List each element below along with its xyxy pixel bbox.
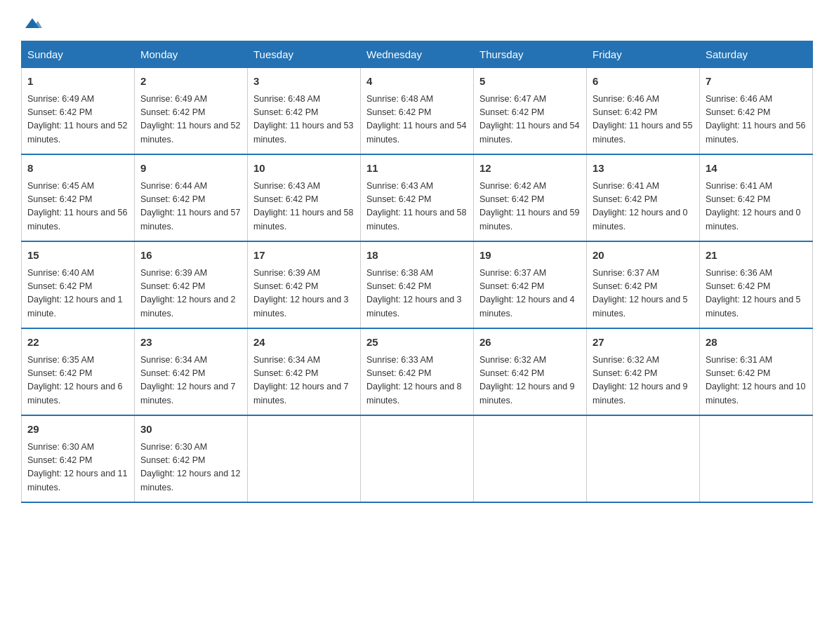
day-info: Sunrise: 6:49 AMSunset: 6:42 PMDaylight:…: [140, 93, 241, 147]
day-info: Sunrise: 6:30 AMSunset: 6:42 PMDaylight:…: [140, 441, 241, 495]
day-info: Sunrise: 6:31 AMSunset: 6:42 PMDaylight:…: [706, 354, 807, 408]
weekday-header-friday: Friday: [587, 41, 700, 68]
day-number: 11: [366, 161, 468, 177]
calendar-cell: 15Sunrise: 6:40 AMSunset: 6:42 PMDayligh…: [22, 241, 135, 328]
calendar-cell: 22Sunrise: 6:35 AMSunset: 6:42 PMDayligh…: [22, 328, 135, 415]
day-info: Sunrise: 6:48 AMSunset: 6:42 PMDaylight:…: [253, 93, 355, 147]
calendar-cell: [474, 415, 587, 502]
day-info: Sunrise: 6:30 AMSunset: 6:42 PMDaylight:…: [27, 441, 128, 495]
calendar-cell: [700, 415, 813, 502]
day-number: 10: [253, 161, 355, 177]
day-info: Sunrise: 6:42 AMSunset: 6:42 PMDaylight:…: [479, 180, 581, 234]
calendar-week-row: 15Sunrise: 6:40 AMSunset: 6:42 PMDayligh…: [22, 241, 813, 328]
calendar-cell: 12Sunrise: 6:42 AMSunset: 6:42 PMDayligh…: [474, 154, 587, 241]
calendar-cell: 21Sunrise: 6:36 AMSunset: 6:42 PMDayligh…: [700, 241, 813, 328]
day-info: Sunrise: 6:39 AMSunset: 6:42 PMDaylight:…: [253, 267, 355, 321]
calendar-cell: 1Sunrise: 6:49 AMSunset: 6:42 PMDaylight…: [22, 68, 135, 155]
calendar-cell: [361, 415, 474, 502]
weekday-header-monday: Monday: [135, 41, 248, 68]
weekday-header-saturday: Saturday: [700, 41, 813, 68]
day-number: 28: [706, 335, 807, 351]
calendar-cell: 8Sunrise: 6:45 AMSunset: 6:42 PMDaylight…: [22, 154, 135, 241]
calendar-week-row: 8Sunrise: 6:45 AMSunset: 6:42 PMDaylight…: [22, 154, 813, 241]
weekday-header-tuesday: Tuesday: [248, 41, 361, 68]
calendar-cell: 17Sunrise: 6:39 AMSunset: 6:42 PMDayligh…: [248, 241, 361, 328]
calendar-cell: 28Sunrise: 6:31 AMSunset: 6:42 PMDayligh…: [700, 328, 813, 415]
day-number: 16: [140, 248, 241, 264]
calendar-cell: 5Sunrise: 6:47 AMSunset: 6:42 PMDaylight…: [474, 68, 587, 155]
calendar-cell: [248, 415, 361, 502]
day-info: Sunrise: 6:46 AMSunset: 6:42 PMDaylight:…: [593, 93, 694, 147]
day-number: 1: [27, 74, 128, 90]
day-number: 24: [253, 335, 355, 351]
day-number: 7: [706, 74, 807, 90]
day-info: Sunrise: 6:43 AMSunset: 6:42 PMDaylight:…: [253, 180, 355, 234]
day-number: 3: [253, 74, 355, 90]
day-info: Sunrise: 6:37 AMSunset: 6:42 PMDaylight:…: [593, 267, 694, 321]
day-info: Sunrise: 6:40 AMSunset: 6:42 PMDaylight:…: [27, 267, 128, 321]
day-number: 21: [706, 248, 807, 264]
day-number: 25: [366, 335, 468, 351]
calendar-week-row: 29Sunrise: 6:30 AMSunset: 6:42 PMDayligh…: [22, 415, 813, 502]
day-number: 6: [593, 74, 694, 90]
calendar-cell: 14Sunrise: 6:41 AMSunset: 6:42 PMDayligh…: [700, 154, 813, 241]
day-info: Sunrise: 6:41 AMSunset: 6:42 PMDaylight:…: [593, 180, 694, 234]
day-info: Sunrise: 6:34 AMSunset: 6:42 PMDaylight:…: [140, 354, 241, 408]
day-number: 2: [140, 74, 241, 90]
day-number: 15: [27, 248, 128, 264]
calendar-cell: 19Sunrise: 6:37 AMSunset: 6:42 PMDayligh…: [474, 241, 587, 328]
day-number: 13: [593, 161, 694, 177]
day-number: 17: [253, 248, 355, 264]
day-info: Sunrise: 6:45 AMSunset: 6:42 PMDaylight:…: [27, 180, 128, 234]
calendar-cell: 23Sunrise: 6:34 AMSunset: 6:42 PMDayligh…: [135, 328, 248, 415]
calendar-cell: 4Sunrise: 6:48 AMSunset: 6:42 PMDaylight…: [361, 68, 474, 155]
weekday-header-row: SundayMondayTuesdayWednesdayThursdayFrid…: [22, 41, 813, 68]
calendar-week-row: 22Sunrise: 6:35 AMSunset: 6:42 PMDayligh…: [22, 328, 813, 415]
day-number: 27: [593, 335, 694, 351]
logo: [21, 14, 42, 29]
calendar-cell: 26Sunrise: 6:32 AMSunset: 6:42 PMDayligh…: [474, 328, 587, 415]
day-info: Sunrise: 6:38 AMSunset: 6:42 PMDaylight:…: [366, 267, 468, 321]
weekday-header-sunday: Sunday: [22, 41, 135, 68]
header: [21, 14, 813, 29]
day-number: 18: [366, 248, 468, 264]
calendar-cell: 11Sunrise: 6:43 AMSunset: 6:42 PMDayligh…: [361, 154, 474, 241]
calendar-cell: 16Sunrise: 6:39 AMSunset: 6:42 PMDayligh…: [135, 241, 248, 328]
weekday-header-wednesday: Wednesday: [361, 41, 474, 68]
weekday-header-thursday: Thursday: [474, 41, 587, 68]
calendar-cell: 3Sunrise: 6:48 AMSunset: 6:42 PMDaylight…: [248, 68, 361, 155]
day-info: Sunrise: 6:44 AMSunset: 6:42 PMDaylight:…: [140, 180, 241, 234]
calendar-cell: 13Sunrise: 6:41 AMSunset: 6:42 PMDayligh…: [587, 154, 700, 241]
day-number: 8: [27, 161, 128, 177]
day-info: Sunrise: 6:34 AMSunset: 6:42 PMDaylight:…: [253, 354, 355, 408]
day-number: 12: [479, 161, 581, 177]
day-info: Sunrise: 6:39 AMSunset: 6:42 PMDaylight:…: [140, 267, 241, 321]
day-info: Sunrise: 6:33 AMSunset: 6:42 PMDaylight:…: [366, 354, 468, 408]
day-number: 22: [27, 335, 128, 351]
calendar-cell: 18Sunrise: 6:38 AMSunset: 6:42 PMDayligh…: [361, 241, 474, 328]
day-number: 5: [479, 74, 581, 90]
day-number: 23: [140, 335, 241, 351]
calendar-cell: 9Sunrise: 6:44 AMSunset: 6:42 PMDaylight…: [135, 154, 248, 241]
day-number: 20: [593, 248, 694, 264]
calendar-cell: 2Sunrise: 6:49 AMSunset: 6:42 PMDaylight…: [135, 68, 248, 155]
day-number: 9: [140, 161, 241, 177]
calendar-cell: 7Sunrise: 6:46 AMSunset: 6:42 PMDaylight…: [700, 68, 813, 155]
calendar-cell: 20Sunrise: 6:37 AMSunset: 6:42 PMDayligh…: [587, 241, 700, 328]
day-info: Sunrise: 6:32 AMSunset: 6:42 PMDaylight:…: [479, 354, 581, 408]
day-number: 29: [27, 422, 128, 438]
calendar-cell: 27Sunrise: 6:32 AMSunset: 6:42 PMDayligh…: [587, 328, 700, 415]
calendar-week-row: 1Sunrise: 6:49 AMSunset: 6:42 PMDaylight…: [22, 68, 813, 155]
day-info: Sunrise: 6:49 AMSunset: 6:42 PMDaylight:…: [27, 93, 128, 147]
calendar-cell: 6Sunrise: 6:46 AMSunset: 6:42 PMDaylight…: [587, 68, 700, 155]
day-number: 19: [479, 248, 581, 264]
calendar-cell: 10Sunrise: 6:43 AMSunset: 6:42 PMDayligh…: [248, 154, 361, 241]
calendar-cell: 24Sunrise: 6:34 AMSunset: 6:42 PMDayligh…: [248, 328, 361, 415]
calendar-cell: [587, 415, 700, 502]
day-number: 30: [140, 422, 241, 438]
day-info: Sunrise: 6:41 AMSunset: 6:42 PMDaylight:…: [706, 180, 807, 234]
calendar-table: SundayMondayTuesdayWednesdayThursdayFrid…: [21, 41, 813, 503]
day-info: Sunrise: 6:37 AMSunset: 6:42 PMDaylight:…: [479, 267, 581, 321]
day-number: 14: [706, 161, 807, 177]
day-info: Sunrise: 6:46 AMSunset: 6:42 PMDaylight:…: [706, 93, 807, 147]
